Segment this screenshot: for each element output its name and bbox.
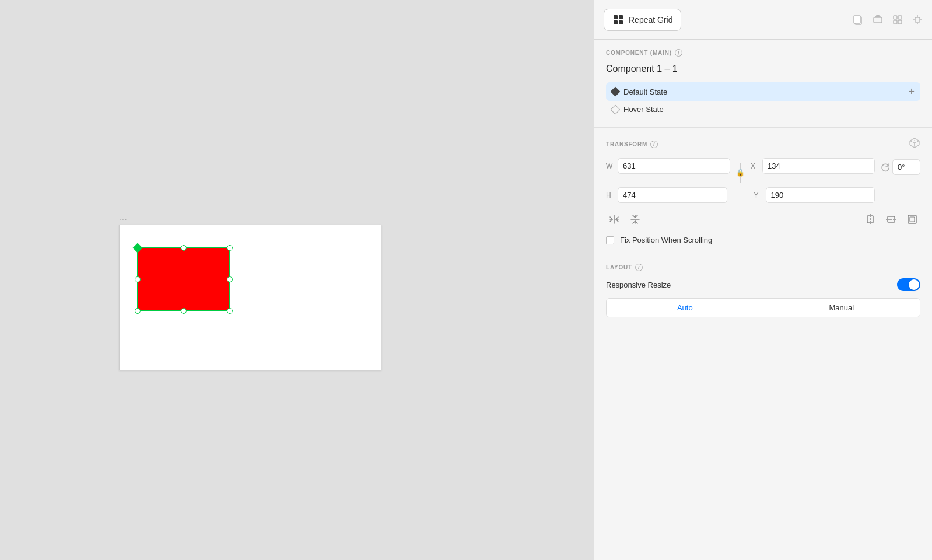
toggle-knob (909, 279, 919, 290)
artboard-icon[interactable] (912, 15, 923, 25)
svg-rect-10 (898, 16, 902, 19)
y-input[interactable] (766, 187, 875, 203)
component-section-label: COMPONENT (MAIN) i (606, 49, 682, 57)
svg-rect-8 (876, 15, 880, 16)
handle-bottom-left[interactable] (135, 308, 141, 314)
stack-icon[interactable] (873, 15, 883, 25)
flip-horizontal-button[interactable] (606, 211, 622, 228)
layout-section-label: LAYOUT i (606, 264, 643, 271)
svg-rect-12 (898, 20, 902, 24)
responsive-resize-row: Responsive Resize (606, 278, 920, 291)
svg-rect-7 (875, 16, 881, 18)
lock-line-bottom (740, 177, 741, 183)
red-rectangle[interactable] (137, 247, 230, 312)
svg-rect-22 (908, 215, 916, 223)
handle-top-right[interactable] (227, 245, 233, 251)
transform-section: TRANSFORM i W (594, 128, 932, 254)
manual-tab[interactable]: Manual (763, 299, 920, 317)
responsive-resize-label: Responsive Resize (606, 281, 671, 289)
svg-rect-13 (915, 18, 920, 22)
height-input[interactable] (618, 187, 727, 203)
fit-to-frame-button[interactable] (904, 211, 920, 228)
align-row (606, 211, 920, 228)
transform-info-icon[interactable]: i (650, 141, 658, 148)
repeat-grid-icon (612, 14, 624, 26)
state-item-default[interactable]: Default State + (606, 82, 920, 101)
x-label: X (751, 162, 759, 170)
component-section: COMPONENT (MAIN) i Component 1 – 1 Defau… (594, 40, 932, 128)
y-label: Y (754, 191, 762, 200)
width-label: W (606, 162, 614, 170)
fix-position-row: Fix Position When Scrolling (606, 236, 920, 244)
svg-rect-0 (614, 15, 618, 19)
align-horizontal-center-button[interactable] (862, 211, 878, 228)
width-input[interactable] (618, 158, 730, 174)
component-title: Component 1 – 1 (606, 64, 920, 74)
resize-tabs: Auto Manual (606, 298, 920, 317)
align-vertical-center-button[interactable] (883, 211, 899, 228)
x-input[interactable] (762, 158, 875, 174)
width-field-row: W (606, 158, 730, 174)
svg-rect-5 (854, 16, 860, 23)
auto-tab[interactable]: Auto (607, 299, 763, 317)
rotate-input[interactable] (892, 159, 920, 175)
handle-top-mid[interactable] (181, 245, 187, 251)
artboard[interactable] (119, 225, 381, 370)
state-item-hover[interactable]: Hover State (606, 101, 920, 118)
height-field-row: H (606, 187, 727, 203)
svg-rect-9 (894, 16, 897, 19)
add-state-button[interactable]: + (908, 86, 915, 97)
state-item-left-default: Default State (612, 88, 667, 96)
svg-rect-11 (894, 20, 897, 24)
flip-vertical-button[interactable] (627, 211, 643, 228)
default-state-label: Default State (623, 88, 667, 96)
lock-icon[interactable]: 🔒 (736, 169, 745, 177)
x-field-row: X (751, 158, 875, 174)
handle-bottom-right[interactable] (227, 308, 233, 314)
toolbar-icons (853, 15, 923, 25)
handle-mid-left[interactable] (135, 276, 141, 282)
component-info-icon[interactable]: i (675, 49, 682, 57)
transform-section-label: TRANSFORM i (606, 141, 658, 148)
svg-rect-2 (614, 20, 618, 24)
layout-section: LAYOUT i Responsive Resize Auto Manual (594, 254, 932, 327)
diamond-outline-icon (611, 104, 621, 114)
diamond-filled-icon (611, 87, 621, 97)
layout-section-header: LAYOUT i (606, 264, 920, 271)
component-handle-icon (133, 243, 143, 253)
artboard-dots: ... (119, 213, 381, 222)
height-label: H (606, 191, 614, 200)
artboard-wrapper: ... (119, 213, 381, 370)
svg-rect-6 (874, 18, 882, 23)
state-item-left-hover: Hover State (612, 105, 664, 114)
repeat-grid-button[interactable]: Repeat Grid (604, 9, 681, 31)
hover-state-label: Hover State (623, 105, 664, 114)
lock-line-top (740, 163, 741, 169)
fix-position-label: Fix Position When Scrolling (620, 236, 712, 244)
svg-rect-3 (619, 20, 623, 24)
copy-single-icon[interactable] (853, 15, 863, 25)
repeat-grid-label: Repeat Grid (629, 15, 672, 24)
3d-transform-icon[interactable] (909, 137, 920, 151)
canvas-area: ... (0, 0, 594, 560)
component-section-header: COMPONENT (MAIN) i (606, 49, 920, 57)
handle-bottom-mid[interactable] (181, 308, 187, 314)
fix-position-checkbox[interactable] (606, 236, 614, 244)
group-icon[interactable] (892, 15, 903, 25)
svg-rect-23 (910, 217, 915, 222)
rotate-icon (881, 163, 890, 172)
layout-info-icon[interactable]: i (635, 264, 643, 271)
svg-rect-1 (619, 15, 623, 19)
panel-toolbar: Repeat Grid (594, 0, 932, 40)
right-panel: Repeat Grid (594, 0, 932, 560)
y-field-row: Y (754, 187, 875, 203)
responsive-resize-toggle[interactable] (897, 278, 920, 291)
transform-section-header: TRANSFORM i (606, 137, 920, 151)
handle-mid-right[interactable] (227, 276, 233, 282)
